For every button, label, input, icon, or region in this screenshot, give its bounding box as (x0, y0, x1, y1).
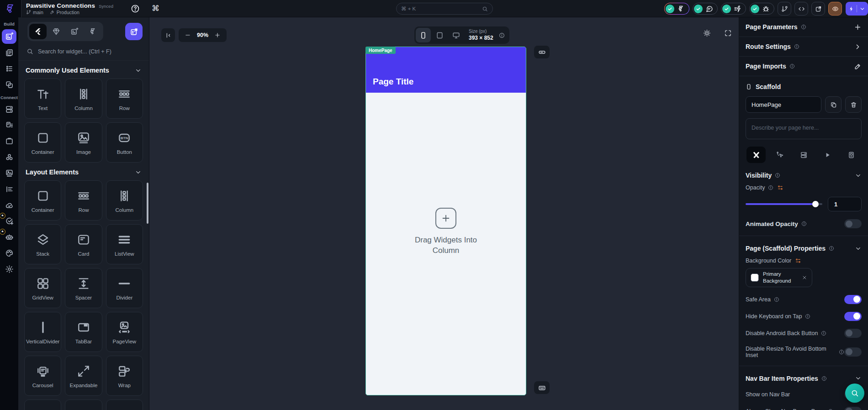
sidebar-item-widget-palette[interactable] (2, 29, 16, 44)
search-assistant-fab[interactable] (845, 384, 864, 403)
set-from-variable-icon[interactable] (795, 258, 801, 264)
sidebar-item-app-values[interactable] (2, 62, 16, 76)
preview-page-body[interactable]: Drag Widgets Into Column (366, 81, 526, 383)
sidebar-item-theme-settings[interactable] (2, 247, 16, 260)
global-search-input[interactable]: ⌘ + K (396, 3, 493, 15)
inspector-tab-actions[interactable] (770, 147, 789, 163)
sidebar-item-database[interactable] (2, 103, 16, 116)
app-logo[interactable] (0, 0, 21, 17)
widget-tile-expandable[interactable]: Expandable (65, 356, 102, 396)
widget-tile-listview[interactable]: ListView (106, 224, 143, 264)
status-pill-flutterflow-status[interactable] (664, 3, 689, 15)
sidebar-item-settings[interactable] (2, 263, 16, 276)
sidebar-item-app-details[interactable] (2, 183, 16, 196)
set-from-variable-icon[interactable] (777, 184, 783, 191)
status-pill-comments-status[interactable] (693, 3, 718, 15)
sidebar-item-ai-agents[interactable]: ★ (2, 231, 16, 244)
status-pill-debug-status[interactable] (749, 3, 774, 15)
background-color-chip[interactable]: Primary Background (746, 268, 812, 287)
widget-tile-card[interactable]: Card (65, 224, 102, 264)
sidebar-item-page-selector[interactable] (2, 46, 16, 60)
sidebar-item-api-calls[interactable] (2, 119, 16, 132)
widget-section-header-layout-elements[interactable]: Layout Elements (18, 163, 149, 180)
sidebar-item-components[interactable] (2, 78, 16, 92)
toggle-disable-resize-to-avoid-bottom-inset[interactable] (844, 347, 862, 357)
widget-tile-tabbar[interactable]: TabBar (65, 312, 102, 352)
widget-tile-text[interactable]: Text (24, 79, 61, 119)
edit-imports-button[interactable] (854, 63, 862, 70)
widget-tile-partial[interactable] (24, 399, 61, 410)
device-desktop-button[interactable] (449, 28, 464, 42)
add-parameter-button[interactable] (854, 23, 862, 31)
scaffold-properties-header[interactable]: Page (Scaffold) Properties (746, 245, 862, 252)
color-swatch[interactable] (751, 273, 759, 282)
widget-tile-verticaldivider[interactable]: VerticalDivider (24, 312, 61, 352)
device-phone-button[interactable] (416, 28, 431, 42)
widget-panel-tab-premium[interactable] (48, 24, 65, 39)
widget-tile-button[interactable]: BTNButton (106, 122, 143, 163)
fit-to-screen-button[interactable] (724, 29, 732, 39)
widget-panel-tab-custom-components[interactable] (66, 24, 83, 39)
page-imports-row[interactable]: Page Imports (739, 57, 868, 76)
command-menu-icon[interactable]: ⌘ (152, 5, 159, 12)
status-pill-actions-status[interactable] (721, 3, 746, 15)
widget-section-header-commonly-used-elements[interactable]: Commonly Used Elements (18, 61, 149, 79)
page-parameters-row[interactable]: Page Parameters (739, 17, 868, 37)
widget-tile-carousel[interactable]: Carousel (24, 356, 61, 396)
popout-widget-panel-button[interactable] (125, 23, 143, 40)
widget-tile-pageview[interactable]: PageView (106, 312, 143, 352)
slider-thumb[interactable] (812, 201, 819, 207)
widget-tile-divider[interactable]: Divider (106, 268, 143, 308)
toggle-safe-area[interactable] (844, 295, 862, 304)
inspector-tab-animations[interactable] (818, 147, 837, 163)
zoom-in-icon[interactable] (214, 32, 221, 38)
widget-tile-image[interactable]: Image (65, 122, 102, 163)
inspector-tab-properties[interactable] (746, 147, 766, 163)
inspector-tab-backend-query[interactable] (794, 147, 813, 163)
branching-button[interactable] (778, 2, 791, 16)
theme-mode-button[interactable] (703, 29, 711, 39)
widget-tile-gridview[interactable]: GridView (24, 268, 61, 308)
widget-tile-container[interactable]: Container (24, 180, 61, 221)
widget-tile-stack[interactable]: Stack (24, 224, 61, 264)
inspector-tab-documentation[interactable] (842, 147, 861, 163)
sidebar-item-media-assets[interactable] (2, 167, 16, 180)
sidebar-item-automated-tests[interactable]: ★ (2, 215, 16, 228)
opacity-slider[interactable] (746, 201, 822, 207)
sidebar-item-cloud-functions[interactable] (2, 199, 16, 212)
sidebar-item-custom-files[interactable] (2, 135, 16, 148)
toggle-hide-keyboard-on-tap[interactable] (844, 312, 862, 321)
page-name-input[interactable] (746, 96, 821, 113)
clear-color-icon[interactable] (802, 275, 807, 280)
widget-tile-column[interactable]: Column (106, 180, 143, 221)
toggle-disable-android-back-button[interactable] (844, 329, 862, 338)
widget-tile-row[interactable]: Row (106, 79, 143, 119)
navbar-properties-header[interactable]: Nav Bar Item Properties (746, 375, 862, 382)
widget-tile-container[interactable]: Container (24, 122, 61, 163)
add-widget-dropzone[interactable] (435, 208, 456, 229)
branch-name[interactable]: main (33, 10, 43, 15)
page-description-input[interactable] (746, 118, 862, 139)
animated-opacity-toggle[interactable] (844, 219, 862, 228)
widget-panel-tab-flutterflow-library[interactable] (84, 24, 101, 39)
environment-name[interactable]: Production (57, 10, 79, 15)
page-name-badge[interactable]: HomePage (365, 47, 396, 54)
developer-menu-button[interactable] (794, 2, 808, 16)
widget-search-input[interactable]: Search for widget... (Ctrl + F) (18, 41, 149, 61)
device-tablet-button[interactable] (432, 28, 447, 42)
panel-scrollbar[interactable] (147, 183, 148, 224)
preview-button[interactable] (828, 2, 842, 16)
widget-tile-partial[interactable] (106, 399, 143, 410)
sidebar-item-integrations[interactable] (2, 151, 16, 164)
widget-tile-wrap[interactable]: Wrap (106, 356, 143, 396)
widget-tile-partial[interactable] (65, 399, 102, 410)
widget-tile-row[interactable]: Row (65, 180, 102, 221)
toggle-keyboard-button[interactable] (534, 381, 550, 394)
visibility-section-header[interactable]: Visibility (746, 172, 862, 179)
toggle-always-show-nav-bar-on-page[interactable] (844, 407, 862, 410)
share-button[interactable] (811, 2, 825, 16)
copy-page-button[interactable] (825, 96, 842, 113)
delete-page-button[interactable] (845, 96, 862, 113)
collapse-panel-button[interactable] (161, 28, 175, 42)
widget-tile-column[interactable]: Column (65, 79, 102, 119)
